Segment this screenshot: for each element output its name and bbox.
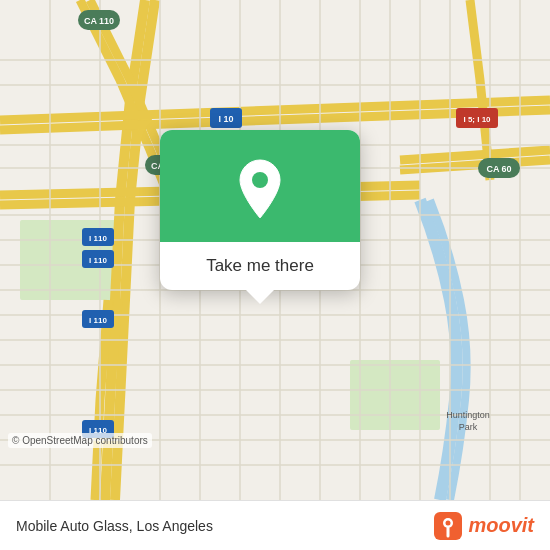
- svg-text:I 110: I 110: [89, 316, 107, 325]
- svg-point-53: [252, 172, 268, 188]
- svg-text:CA 60: CA 60: [486, 164, 511, 174]
- svg-text:I 10: I 10: [218, 114, 233, 124]
- moovit-logo: moovit: [434, 512, 534, 540]
- map-container: CA 110 I 10 CA 110 I 10 I 5; I 10 CA 60 …: [0, 0, 550, 500]
- take-me-there-button[interactable]: Take me there: [186, 242, 334, 290]
- svg-rect-2: [350, 360, 440, 430]
- copyright-text: © OpenStreetMap contributors: [8, 433, 152, 448]
- svg-point-56: [446, 520, 451, 525]
- svg-text:Huntington: Huntington: [446, 410, 490, 420]
- popup-icon-area: [160, 130, 360, 242]
- moovit-icon: [434, 512, 462, 540]
- svg-text:CA 110: CA 110: [84, 16, 114, 26]
- svg-text:I 5; I 10: I 5; I 10: [463, 115, 491, 124]
- svg-text:I 110: I 110: [89, 256, 107, 265]
- popup-card: Take me there: [160, 130, 360, 290]
- svg-text:Park: Park: [459, 422, 478, 432]
- bottom-bar: Mobile Auto Glass, Los Angeles moovit: [0, 500, 550, 550]
- location-text: Mobile Auto Glass, Los Angeles: [16, 518, 213, 534]
- svg-text:I 110: I 110: [89, 234, 107, 243]
- moovit-text: moovit: [468, 514, 534, 537]
- map-pin-icon: [234, 158, 286, 220]
